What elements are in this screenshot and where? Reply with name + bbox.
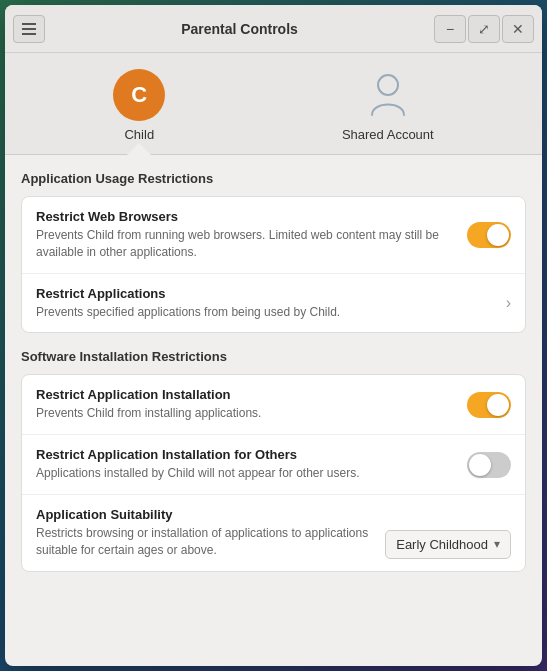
suitability-dropdown-button[interactable]: Early Childhood ▾	[385, 530, 511, 559]
window-title: Parental Controls	[45, 21, 434, 37]
app-suitability-row: Application Suitability Restricts browsi…	[22, 495, 525, 571]
restrict-browsers-desc: Prevents Child from running web browsers…	[36, 227, 455, 261]
account-child[interactable]: C Child	[113, 69, 165, 154]
suitability-text: Application Suitability Restricts browsi…	[36, 507, 385, 559]
titlebar: Parental Controls − ⤢ ✕	[5, 5, 542, 53]
restrict-browsers-track[interactable]	[467, 222, 511, 248]
chevron-right-icon: ›	[506, 294, 511, 312]
section-title-app-usage: Application Usage Restrictions	[21, 171, 526, 186]
app-suitability-title: Application Suitability	[36, 507, 373, 522]
restrict-apps-text: Restrict Applications Prevents specified…	[36, 286, 506, 321]
restrict-browsers-text: Restrict Web Browsers Prevents Child fro…	[36, 209, 467, 261]
dropdown-chevron-icon: ▾	[494, 537, 500, 551]
main-content: Application Usage Restrictions Restrict …	[5, 155, 542, 666]
restrict-apps-title: Restrict Applications	[36, 286, 494, 301]
minimize-button[interactable]: −	[434, 15, 466, 43]
restrict-apps-desc: Prevents specified applications from bei…	[36, 304, 494, 321]
account-shared[interactable]: Shared Account	[342, 69, 434, 154]
restrict-browsers-row: Restrict Web Browsers Prevents Child fro…	[22, 197, 525, 274]
maximize-button[interactable]: ⤢	[468, 15, 500, 43]
menu-button[interactable]	[13, 15, 45, 43]
suitability-dropdown-container: Early Childhood ▾	[385, 530, 511, 559]
account-shared-label: Shared Account	[342, 127, 434, 142]
svg-point-0	[378, 75, 398, 95]
close-button[interactable]: ✕	[502, 15, 534, 43]
restrict-install-track[interactable]	[467, 392, 511, 418]
accounts-bar: C Child Shared Account	[5, 53, 542, 155]
app-usage-card: Restrict Web Browsers Prevents Child fro…	[21, 196, 526, 333]
parental-controls-window: Parental Controls − ⤢ ✕ C Child Shared A…	[5, 5, 542, 666]
suitability-dropdown-value: Early Childhood	[396, 537, 488, 552]
restrict-install-toggle[interactable]	[467, 392, 511, 418]
avatar-shared	[362, 69, 414, 121]
section-title-software-install: Software Installation Restrictions	[21, 349, 526, 364]
restrict-install-others-text: Restrict Application Installation for Ot…	[36, 447, 467, 482]
restrict-install-desc: Prevents Child from installing applicati…	[36, 405, 455, 422]
restrict-browsers-title: Restrict Web Browsers	[36, 209, 455, 224]
restrict-install-others-track[interactable]	[467, 452, 511, 478]
avatar-child: C	[113, 69, 165, 121]
restrict-install-text: Restrict Application Installation Preven…	[36, 387, 467, 422]
restrict-apps-row[interactable]: Restrict Applications Prevents specified…	[22, 274, 525, 333]
window-controls: − ⤢ ✕	[434, 15, 534, 43]
restrict-install-others-toggle[interactable]	[467, 452, 511, 478]
software-install-card: Restrict Application Installation Preven…	[21, 374, 526, 571]
suitability-main: Application Suitability Restricts browsi…	[36, 507, 511, 559]
restrict-install-others-row: Restrict Application Installation for Ot…	[22, 435, 525, 495]
restrict-install-row: Restrict Application Installation Preven…	[22, 375, 525, 435]
account-child-label: Child	[124, 127, 154, 142]
restrict-install-others-desc: Applications installed by Child will not…	[36, 465, 455, 482]
restrict-browsers-toggle[interactable]	[467, 222, 511, 248]
restrict-install-others-title: Restrict Application Installation for Ot…	[36, 447, 455, 462]
app-suitability-desc: Restricts browsing or installation of ap…	[36, 525, 373, 559]
restrict-install-title: Restrict Application Installation	[36, 387, 455, 402]
